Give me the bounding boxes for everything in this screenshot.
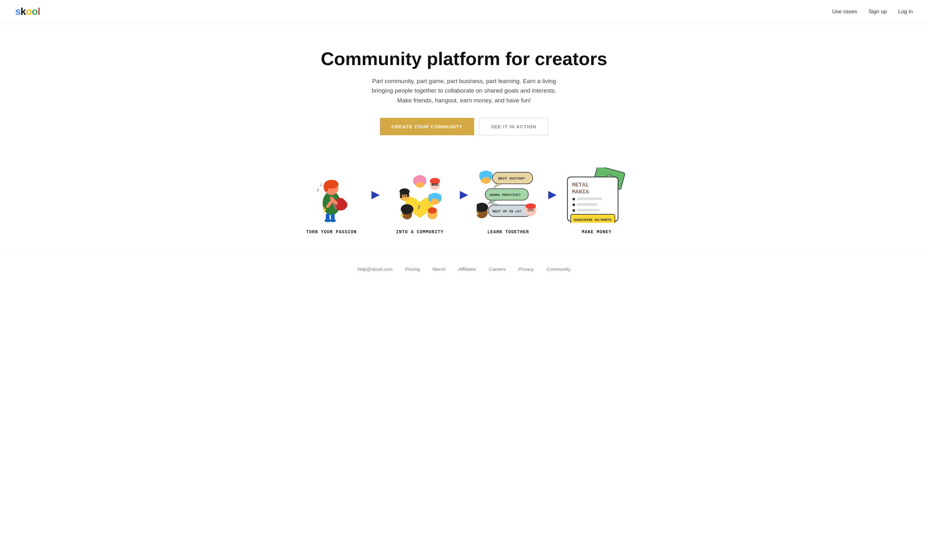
- svg-rect-31: [407, 191, 409, 197]
- svg-text:WANNA PRACTICE?: WANNA PRACTICE?: [490, 193, 520, 197]
- svg-point-41: [401, 214, 403, 217]
- svg-text:SUBSCRIBE $9/MONTH: SUBSCRIBE $9/MONTH: [574, 218, 611, 222]
- svg-text:BEST GUITAR?: BEST GUITAR?: [498, 177, 525, 181]
- hero-section: Community platform for creators Part com…: [0, 23, 928, 154]
- passion-illustration: ♪ ♩: [300, 167, 363, 224]
- use-cases-link[interactable]: Use cases: [832, 9, 857, 15]
- svg-point-58: [525, 204, 536, 209]
- svg-text:♪: ♪: [316, 186, 320, 193]
- merch-link[interactable]: Merch: [432, 266, 446, 272]
- navbar: skool Use cases Sign up Log in: [0, 0, 928, 23]
- svg-point-19: [413, 177, 417, 184]
- svg-point-37: [428, 194, 432, 202]
- svg-text:MEET UP IN LA?: MEET UP IN LA?: [493, 210, 522, 213]
- svg-point-72: [572, 198, 575, 200]
- svg-point-23: [432, 184, 434, 186]
- affiliates-link[interactable]: Affiliates: [458, 266, 476, 272]
- svg-point-22: [430, 178, 440, 184]
- see-in-action-button[interactable]: SEE IT IN ACTION: [479, 118, 548, 135]
- svg-point-55: [479, 172, 483, 180]
- svg-marker-45: [494, 184, 501, 188]
- svg-rect-30: [400, 191, 402, 198]
- svg-point-7: [330, 219, 336, 222]
- footer: help@skool.com Pricing Merch Affiliates …: [0, 253, 928, 281]
- learn-illustration: BEST GUITAR? WANNA PRACTICE? MEET UP IN …: [477, 167, 540, 224]
- privacy-link[interactable]: Privacy: [518, 266, 534, 272]
- create-community-button[interactable]: CREATE YOUR COMMUNITY: [380, 118, 474, 135]
- arrow-3: ►: [546, 186, 560, 202]
- svg-text:METAL: METAL: [572, 182, 589, 188]
- svg-text:MANIA: MANIA: [572, 189, 589, 195]
- money-illustration: METAL MANIA SUBSCRIBE $9/MONTH: [565, 167, 628, 224]
- svg-text:♩: ♩: [319, 182, 322, 187]
- step-money-label: MAKE MONEY: [582, 230, 611, 234]
- step-passion-label: TURN YOUR PASSION: [306, 230, 357, 234]
- svg-rect-77: [577, 209, 600, 212]
- nav-links: Use cases Sign up Log in: [832, 9, 913, 15]
- careers-link[interactable]: Careers: [489, 266, 505, 272]
- svg-point-3: [324, 182, 329, 192]
- svg-point-74: [572, 204, 575, 206]
- svg-text:♪: ♪: [417, 203, 421, 211]
- step-passion: ♪ ♩ TURN YOUR PASSION: [297, 167, 366, 234]
- step-community-label: INTO A COMMUNITY: [396, 230, 443, 234]
- hero-heading: Community platform for creators: [6, 49, 922, 69]
- illustrations-section: ♪ ♩ TURN YOUR PASSION ► ♪: [0, 154, 928, 241]
- svg-point-40: [401, 204, 414, 214]
- svg-rect-73: [577, 198, 602, 200]
- svg-point-43: [428, 207, 437, 214]
- community-illustration: ♪: [388, 167, 451, 224]
- signup-link[interactable]: Sign up: [868, 9, 887, 15]
- step-learn-label: LEARN TOGETHER: [487, 230, 529, 234]
- step-community: ♪: [385, 167, 455, 234]
- step-money: METAL MANIA SUBSCRIBE $9/MONTH MAKE MONE…: [562, 167, 631, 234]
- svg-point-76: [572, 209, 575, 212]
- pricing-link[interactable]: Pricing: [405, 266, 420, 272]
- help-email[interactable]: help@skool.com: [357, 266, 392, 272]
- hero-buttons: CREATE YOUR COMMUNITY SEE IT IN ACTION: [6, 118, 922, 135]
- logo[interactable]: skool: [15, 6, 40, 17]
- login-link[interactable]: Log in: [898, 9, 913, 15]
- footer-links: help@skool.com Pricing Merch Affiliates …: [6, 266, 922, 272]
- svg-marker-51: [490, 201, 498, 205]
- svg-rect-75: [577, 203, 597, 206]
- svg-point-20: [423, 177, 426, 184]
- arrow-1: ►: [369, 186, 383, 202]
- hero-subtext: Part community, part game, part business…: [369, 76, 559, 105]
- svg-point-56: [488, 172, 493, 180]
- svg-point-38: [438, 194, 441, 202]
- community-link[interactable]: Community: [546, 266, 571, 272]
- arrow-2: ►: [457, 186, 471, 202]
- step-learn: BEST GUITAR? WANNA PRACTICE? MEET UP IN …: [473, 167, 543, 234]
